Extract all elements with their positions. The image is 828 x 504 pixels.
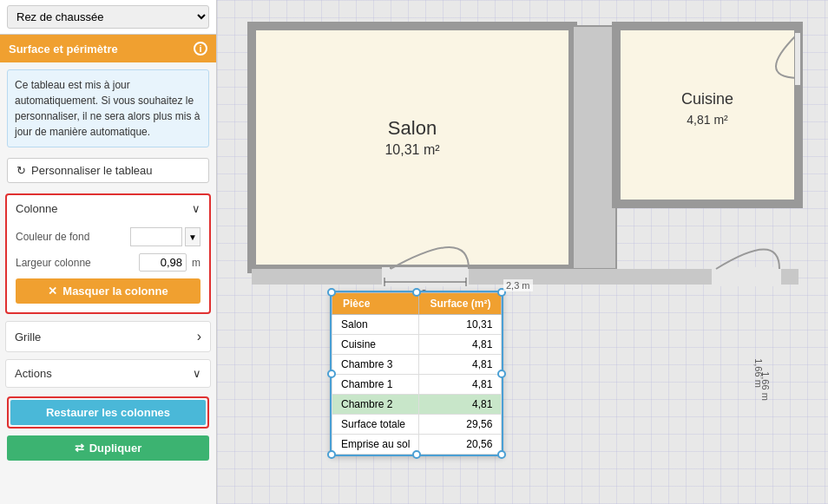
color-dropdown[interactable]: ▼	[185, 227, 200, 246]
colonne-section: Colonne ∨ Couleur de fond ▼ Largeur colo…	[5, 193, 211, 314]
masquer-x-icon: ✕	[48, 285, 57, 298]
info-text: Ce tableau est mis à jour automatiquemen…	[15, 79, 200, 138]
cuisine-door-opening	[712, 267, 781, 286]
cell-piece: Chambre 2	[332, 395, 419, 415]
surface-perimeter-header: Surface et périmètre i	[0, 35, 216, 62]
largeur-unit: m	[192, 257, 200, 269]
cell-surface: 4,81	[419, 395, 502, 415]
salon-text: Salon	[388, 117, 437, 139]
cell-surface: 10,31	[419, 315, 502, 335]
colonne-header[interactable]: Colonne ∨	[7, 195, 209, 222]
sidebar: Rez de chausséeÉtage 1Étage 2 Surface et…	[0, 0, 217, 504]
table-overlay: Pièce Surface (m²) Salon10,31Cuisine4,81…	[330, 291, 503, 456]
colonne-content: Couleur de fond ▼ Largeur colonne m ✕ Ma…	[7, 222, 209, 312]
colonne-label: Colonne	[16, 202, 57, 215]
salon-area-text: 10,31 m²	[384, 142, 440, 157]
dupliquer-label: Dupliquer	[89, 442, 142, 455]
duplicate-icon: ⇄	[75, 442, 84, 455]
cell-piece: Salon	[332, 315, 419, 335]
personalize-button[interactable]: ↻ Personnaliser le tableau	[7, 158, 209, 183]
surface-perimeter-title: Surface et périmètre	[9, 43, 118, 56]
largeur-input[interactable]	[139, 253, 187, 272]
cell-surface: 4,81	[419, 355, 502, 375]
handle-bl[interactable]	[327, 450, 336, 459]
salon-door-opening	[382, 267, 469, 286]
personalize-label: Personnaliser le tableau	[31, 164, 152, 177]
floor-select[interactable]: Rez de chausséeÉtage 1Étage 2	[7, 5, 209, 29]
restore-btn-wrapper: Restaurer les colonnes	[7, 396, 209, 429]
actions-label: Actions	[15, 367, 52, 380]
col-surface-header: Surface (m²)	[419, 293, 502, 315]
couleur-field-row: Couleur de fond ▼	[16, 227, 200, 246]
table-row: Cuisine4,81	[332, 335, 502, 355]
handle-mr[interactable]	[497, 370, 506, 378]
main-area: Salon 10,31 m² Cuisine 4,81 m² 2,3 m 1,6…	[217, 0, 828, 504]
cell-piece: Surface totale	[332, 415, 419, 435]
cell-piece: Chambre 3	[332, 355, 419, 375]
masquer-colonne-button[interactable]: ✕ Masquer la colonne	[16, 278, 200, 304]
floor-plan-svg: Salon 10,31 m² Cuisine 4,81 m² 2,3 m 1,6…	[217, 0, 828, 504]
cell-piece: Emprise au sol	[332, 435, 419, 455]
corridor-wall	[573, 26, 616, 269]
cell-surface: 4,81	[419, 335, 502, 355]
table-row: Surface totale29,56	[332, 415, 502, 435]
dupliquer-button[interactable]: ⇄ Dupliquer	[7, 435, 209, 461]
data-table: Pièce Surface (m²) Salon10,31Cuisine4,81…	[332, 292, 502, 455]
color-box[interactable]	[130, 227, 182, 246]
cell-piece: Cuisine	[332, 335, 419, 355]
dim-230-label: 2,3 m	[503, 279, 533, 291]
cuisine-area-text: 4,81 m²	[687, 113, 728, 127]
cuisine-side-door-opening	[795, 33, 800, 85]
handle-ml[interactable]	[327, 370, 336, 378]
grille-section: Grille ›	[5, 321, 211, 352]
colonne-chevron-down-icon: ∨	[192, 202, 200, 215]
restaurer-label: Restaurer les colonnes	[46, 406, 170, 419]
color-input-wrapper: ▼	[130, 227, 200, 246]
table-row: Chambre 14,81	[332, 375, 502, 395]
floor-select-wrapper: Rez de chausséeÉtage 1Étage 2	[0, 0, 216, 35]
table-row: Chambre 34,81	[332, 355, 502, 375]
cell-piece: Chambre 1	[332, 375, 419, 395]
grille-header[interactable]: Grille ›	[6, 322, 210, 351]
actions-chevron-down-icon: ∨	[193, 367, 201, 380]
actions-header[interactable]: Actions ∨	[6, 360, 210, 387]
couleur-label: Couleur de fond	[16, 231, 125, 243]
col-piece-header: Pièce	[332, 293, 419, 315]
info-icon[interactable]: i	[194, 42, 207, 56]
dim-166-label: 1,66 m	[760, 371, 771, 401]
info-box: Ce tableau est mis à jour automatiquemen…	[7, 69, 209, 147]
table-row: Chambre 24,81	[332, 395, 502, 415]
restaurer-button[interactable]: Restaurer les colonnes	[10, 400, 206, 425]
table-row: Salon10,31	[332, 315, 502, 335]
grille-chevron-right-icon: ›	[197, 329, 201, 344]
largeur-label: Largeur colonne	[16, 257, 134, 269]
cuisine-door-arc	[716, 250, 779, 270]
actions-section: Actions ∨	[5, 359, 211, 388]
cell-surface: 20,56	[419, 435, 502, 455]
cell-surface: 29,56	[419, 415, 502, 435]
handle-tl[interactable]	[327, 288, 336, 297]
grille-label: Grille	[15, 331, 41, 344]
masquer-label: Masquer la colonne	[62, 285, 168, 298]
personalize-icon: ↻	[16, 164, 26, 177]
largeur-field-row: Largeur colonne m	[16, 253, 200, 272]
cuisine-text: Cuisine	[681, 90, 733, 108]
cell-surface: 4,81	[419, 375, 502, 395]
